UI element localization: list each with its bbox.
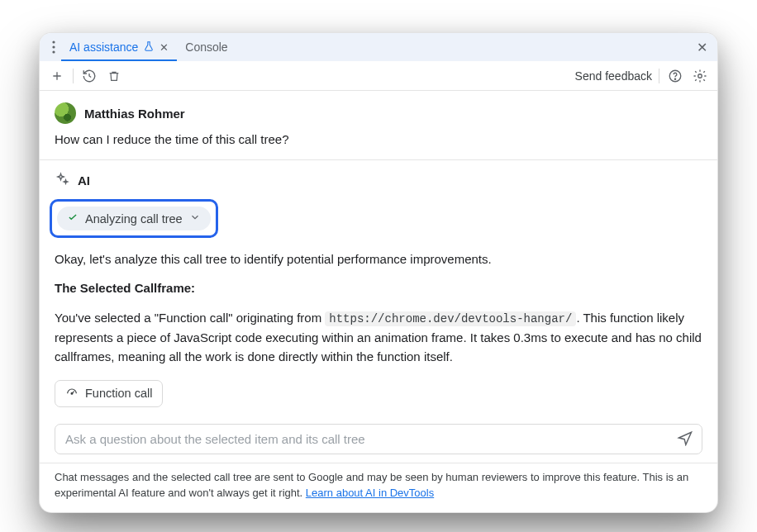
status-pill[interactable]: Analyzing call tree (57, 207, 211, 230)
tab-ai-assistance[interactable]: AI assistance ✕ (61, 33, 177, 61)
tab-console[interactable]: Console (177, 33, 236, 61)
ai-response: Okay, let's analyze this call tree to id… (55, 249, 702, 419)
svg-point-0 (52, 40, 55, 43)
check-icon (67, 211, 79, 226)
help-button[interactable] (666, 67, 684, 85)
composer-area (40, 424, 717, 463)
close-panel-button[interactable]: ✕ (693, 40, 711, 55)
sparkle-icon (55, 172, 69, 189)
svg-point-2 (52, 50, 55, 53)
function-chip-label: Function call (85, 387, 152, 400)
user-name: Matthias Rohmer (84, 107, 185, 121)
delete-button[interactable] (105, 67, 123, 85)
flask-icon (143, 40, 155, 55)
ai-header: AI (55, 172, 702, 189)
svg-point-6 (71, 392, 73, 394)
avatar (55, 102, 76, 124)
conversation: Matthias Rohmer How can I reduce the tim… (40, 91, 717, 424)
code-url: https://chrome.dev/devtools-hangar/ (325, 311, 576, 326)
toolbar: Send feedback (40, 61, 717, 91)
tab-label: Console (185, 40, 227, 54)
function-chip[interactable]: Function call (55, 380, 163, 407)
divider (659, 69, 659, 83)
disclaimer-text: Chat messages and the selected call tree… (55, 471, 640, 483)
composer (55, 424, 702, 454)
divider (40, 159, 717, 160)
status-text: Analyzing call tree (85, 212, 183, 226)
send-button[interactable] (677, 430, 693, 449)
disclaimer: Chat messages and the selected call tree… (40, 463, 717, 513)
new-chat-button[interactable] (48, 67, 66, 85)
chevron-down-icon (189, 211, 201, 226)
svg-point-4 (674, 78, 675, 79)
close-tab-icon[interactable]: ✕ (159, 41, 169, 54)
tab-bar: AI assistance ✕ Console ✕ (40, 33, 717, 61)
learn-more-link[interactable]: Learn about AI in DevTools (306, 487, 434, 499)
kebab-menu[interactable] (46, 40, 61, 54)
user-message: How can I reduce the time of this call t… (55, 132, 702, 146)
ai-label: AI (78, 173, 90, 188)
divider (73, 69, 74, 83)
history-button[interactable] (80, 67, 98, 85)
tab-label: AI assistance (69, 40, 138, 54)
composer-input[interactable] (64, 431, 670, 447)
ai-paragraph: You've selected a "Function call" origin… (55, 308, 702, 367)
status-highlight: Analyzing call tree (50, 199, 218, 238)
gauge-icon (65, 386, 79, 401)
send-feedback-link[interactable]: Send feedback (575, 69, 652, 83)
user-header: Matthias Rohmer (55, 102, 702, 124)
svg-point-1 (52, 45, 55, 48)
settings-button[interactable] (691, 67, 709, 85)
ai-heading: The Selected Callframe: (55, 278, 702, 297)
devtools-panel: AI assistance ✕ Console ✕ Send feedback (40, 33, 717, 512)
ai-paragraph: Okay, let's analyze this call tree to id… (55, 249, 702, 268)
svg-point-5 (698, 74, 702, 78)
